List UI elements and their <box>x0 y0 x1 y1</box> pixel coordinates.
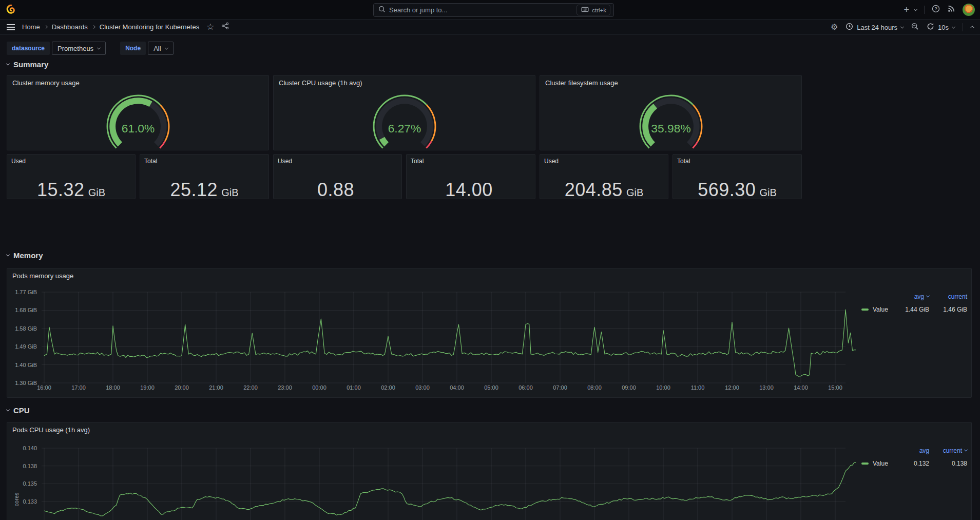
legend-sort-header[interactable]: current <box>929 447 967 454</box>
node-variable-select[interactable]: All <box>148 42 173 55</box>
collapse-toolbar-icon[interactable] <box>970 26 974 30</box>
stat-value: 0.88 <box>317 179 354 199</box>
svg-text:?: ? <box>934 6 937 11</box>
panel-title[interactable]: Used <box>544 158 559 165</box>
panel-cluster-memory-usage: Cluster memory usage 61.0% <box>7 75 269 150</box>
stat-value: 14.00 <box>445 179 493 199</box>
series-color-swatch <box>861 463 869 465</box>
datasource-variable-select[interactable]: Prometheus <box>52 42 106 55</box>
clock-icon <box>846 23 853 32</box>
panel-memory-used: Used 15.32GiB <box>7 154 136 199</box>
panel-cpu-used: Used 0.88 <box>273 154 402 199</box>
grafana-logo-icon[interactable] <box>6 4 17 15</box>
shortcut-label: ctrl+k <box>592 7 606 13</box>
legend-stat-value: 0.138 <box>929 460 967 467</box>
breadcrumb-dashboards[interactable]: Dashboards <box>52 23 88 31</box>
time-range-picker[interactable]: Last 24 hours <box>846 23 904 32</box>
legend-stat-value: 1.44 GiB <box>889 306 929 313</box>
divider <box>963 23 963 31</box>
panel-title[interactable]: Total <box>144 158 157 165</box>
panel-pods-memory-usage: Pods memory usage 16:0017:0018:0019:0020… <box>7 268 972 398</box>
stat-unit: GiB <box>759 187 776 199</box>
refresh-picker[interactable]: 10s <box>927 23 955 32</box>
new-button[interactable]: + <box>904 5 917 14</box>
keyboard-icon <box>581 6 589 14</box>
legend-sort-header[interactable]: avg <box>889 293 929 300</box>
collapse-section-icon <box>6 62 10 66</box>
panel-title[interactable]: Used <box>278 158 292 165</box>
svg-text:04:00: 04:00 <box>450 384 464 391</box>
svg-text:0.135: 0.135 <box>23 480 37 487</box>
legend-stat-value: 0.132 <box>889 460 929 467</box>
stat-value: 569.30 <box>698 179 756 199</box>
keyboard-shortcut-chip: ctrl+k <box>577 5 610 15</box>
mega-menu-icon[interactable] <box>6 23 15 31</box>
svg-text:0.133: 0.133 <box>23 498 37 505</box>
section-title: Memory <box>13 251 43 260</box>
svg-text:01:00: 01:00 <box>347 384 361 391</box>
panel-title[interactable]: Used <box>11 158 26 165</box>
panel-title[interactable]: Pods CPU usage (1h avg) <box>12 426 90 434</box>
section-cpu[interactable]: CPU <box>7 406 30 415</box>
breadcrumb-separator-icon <box>44 25 48 29</box>
share-icon[interactable] <box>221 22 229 32</box>
svg-text:1.49 GiB: 1.49 GiB <box>15 343 37 350</box>
panel-filesystem-total: Total 569.30GiB <box>672 154 802 199</box>
panel-filesystem-used: Used 204.85GiB <box>540 154 668 199</box>
section-memory[interactable]: Memory <box>7 251 43 260</box>
node-variable-label: Node <box>120 42 146 55</box>
svg-text:22:00: 22:00 <box>243 384 258 391</box>
stat-value: 25.12 <box>170 179 218 199</box>
series-color-swatch <box>861 309 869 311</box>
search-icon <box>378 6 386 15</box>
time-controls: ⚙ Last 24 hours 10s <box>831 20 974 35</box>
collapse-section-icon <box>6 253 10 257</box>
stat-unit: GiB <box>626 187 643 199</box>
settings-gear-icon[interactable]: ⚙ <box>831 23 838 31</box>
legend-stat-value: 1.46 GiB <box>929 306 967 313</box>
svg-text:08:00: 08:00 <box>587 384 602 391</box>
stat-value: 204.85 <box>565 179 623 199</box>
news-icon[interactable] <box>947 5 955 15</box>
search-input[interactable]: Search or jump to... ctrl+k <box>373 3 614 17</box>
svg-text:12:00: 12:00 <box>725 384 739 391</box>
top-navbar: Search or jump to... ctrl+k + ? <box>0 0 980 20</box>
svg-text:18:00: 18:00 <box>106 384 120 391</box>
breadcrumb-current: Cluster Monitoring for Kubernetes <box>100 23 199 31</box>
panel-title[interactable]: Cluster CPU usage (1h avg) <box>279 79 362 87</box>
svg-text:03:00: 03:00 <box>415 384 430 391</box>
svg-text:cores: cores <box>13 492 20 506</box>
zoom-out-icon[interactable] <box>911 23 919 32</box>
chart-legend: avgcurrentValue1.44 GiB1.46 GiB <box>861 290 967 316</box>
panel-title[interactable]: Pods memory usage <box>12 272 73 280</box>
legend-series[interactable]: Value <box>861 460 889 467</box>
breadcrumb-home[interactable]: Home <box>22 23 40 31</box>
svg-text:1.40 GiB: 1.40 GiB <box>15 362 37 368</box>
collapse-section-icon <box>6 408 10 412</box>
section-title: CPU <box>13 406 30 415</box>
star-icon[interactable]: ☆ <box>206 23 214 31</box>
user-avatar[interactable] <box>963 4 975 16</box>
help-icon[interactable]: ? <box>932 5 940 15</box>
section-summary[interactable]: Summary <box>7 60 48 69</box>
search-placeholder: Search or jump to... <box>389 6 577 14</box>
divider <box>924 6 925 14</box>
breadcrumb-separator-icon <box>92 25 95 29</box>
svg-text:1.30 GiB: 1.30 GiB <box>15 380 37 386</box>
panel-title[interactable]: Cluster filesystem usage <box>545 79 618 87</box>
svg-text:20:00: 20:00 <box>175 384 189 391</box>
legend-sort-header[interactable]: avg <box>889 447 929 454</box>
svg-text:1.68 GiB: 1.68 GiB <box>15 307 37 313</box>
panel-title[interactable]: Cluster memory usage <box>12 79 80 87</box>
panel-title[interactable]: Total <box>411 158 424 165</box>
dashboard-actions: ☆ <box>206 22 229 32</box>
node-value: All <box>153 45 161 52</box>
stat-value: 15.32 <box>37 179 85 199</box>
svg-text:09:00: 09:00 <box>622 384 636 391</box>
legend-series[interactable]: Value <box>861 306 889 313</box>
svg-text:06:00: 06:00 <box>518 384 533 391</box>
refresh-icon <box>927 23 934 32</box>
datasource-variable-label: datasource <box>7 42 50 55</box>
panel-title[interactable]: Total <box>677 158 690 165</box>
legend-sort-header[interactable]: current <box>929 293 967 300</box>
